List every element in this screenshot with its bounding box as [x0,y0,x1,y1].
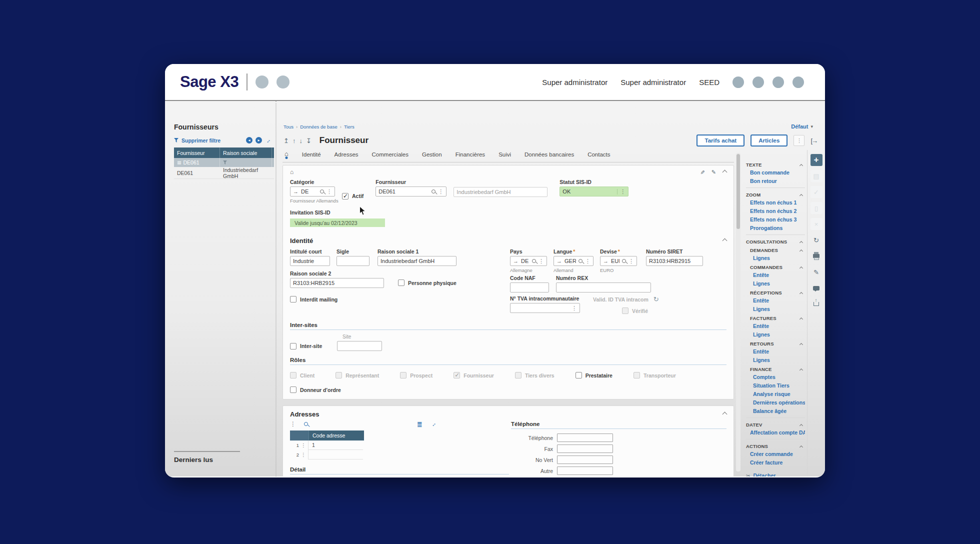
goto-icon[interactable]: → [513,258,518,264]
first-record-icon[interactable]: ↥ [284,137,289,144]
nav-link-cr-er-facture[interactable]: Créer facture [746,460,805,467]
user-name[interactable]: Super administrator [542,78,608,86]
vertical-scrollbar[interactable] [736,153,740,472]
nav-link-effets-non-chus-1[interactable]: Effets non échus 1 [746,200,805,207]
nav-link-balance-g-e[interactable]: Balance âgée [746,408,805,416]
sis-id-validity-banner[interactable]: Valide jusqu'au 02/12/2023 [290,218,385,227]
more-actions-icon[interactable]: ⋮ [794,135,804,146]
code-naf-field[interactable] [510,282,549,292]
sigle-field[interactable] [336,256,370,266]
nav-link-ent-te[interactable]: Entête [746,348,805,356]
nav-link-bon-retour[interactable]: Bon retour [746,178,805,186]
nav-section-commandes[interactable]: COMMANDES [746,264,805,271]
nav-link-ent-te[interactable]: Entête [746,323,805,330]
nav-link-lignes[interactable]: Lignes [746,332,805,339]
endpoint-badge[interactable]: SEED [699,78,720,86]
recently-read-title[interactable]: Derniers lus [174,456,259,464]
nav-section-factures[interactable]: FACTURES [746,314,805,322]
lookup-icon[interactable] [622,259,626,263]
nav-link-bon-commande[interactable]: Bon commande [746,170,805,177]
code-adresse-cell[interactable] [308,450,363,460]
goto-icon[interactable]: → [293,188,298,194]
breadcrumb-link[interactable]: Tous [284,124,294,130]
nav-link-lignes[interactable]: Lignes [746,306,805,314]
code-adresse-column[interactable]: Code adresse [309,430,364,440]
tab-suivi[interactable]: Suivi [498,150,511,158]
supplier-code-cell[interactable]: DE061 [174,170,220,176]
tab-adresses[interactable]: Adresses [334,150,358,158]
chevron-up-icon[interactable] [800,292,803,295]
phone-field-fax[interactable] [557,444,613,453]
nav-section-actions[interactable]: ACTIONS [746,442,805,450]
nav-link-effets-non-chus-3[interactable]: Effets non échus 3 [746,216,805,224]
raison-sociale-1-field[interactable] [378,256,456,266]
user-role[interactable]: Super administrator [620,78,686,86]
numero-rex-field[interactable] [556,282,651,292]
fournisseur-input[interactable]: DE061 ⋮ [376,186,446,196]
raison-sociale-2-field[interactable] [290,278,384,288]
address-row[interactable]: 2⋮ [290,450,509,460]
lookup-icon[interactable] [578,259,582,263]
site-field[interactable] [337,341,382,351]
chevron-up-icon[interactable] [800,249,803,252]
nav-link-ent-te[interactable]: Entête [746,272,805,280]
column-header[interactable]: Fournisseur [174,148,220,158]
devise-input[interactable]: → EUR ⋮ [600,256,637,266]
breadcrumb-link[interactable]: Données de base [300,124,337,130]
goto-icon[interactable]: → [603,258,608,264]
inter-site-checkbox[interactable] [290,343,296,350]
tab-identit-[interactable]: Identité [302,150,321,158]
detach-link[interactable]: ✂Détacher [746,472,805,476]
home-icon[interactable]: ⌂ [290,168,700,176]
print-icon[interactable] [810,250,822,262]
options-icon[interactable]: ⋮ [617,189,626,194]
prev-page-icon[interactable]: ◂ [246,137,252,144]
nav-link-situation-tiers[interactable]: Situation Tiers [746,382,805,390]
tab-financi-res[interactable]: Financières [456,150,485,158]
phone-field-autre[interactable] [557,466,613,475]
chevron-up-icon[interactable] [800,194,803,197]
lookup-icon[interactable] [432,190,436,194]
collapse-identite-icon[interactable] [722,238,728,244]
supplier-name-cell[interactable]: Industriebedarf GmbH [220,167,272,179]
nav-link-effets-non-chus-2[interactable]: Effets non échus 2 [746,208,805,216]
tva-input[interactable]: ⋮ [510,303,580,313]
nav-section-demandes[interactable]: DEMANDES [746,246,805,254]
nav-link-lignes[interactable]: Lignes [746,255,805,262]
nav-link-ent-te[interactable]: Entête [746,298,805,305]
phone-field-t-l-phone[interactable] [557,434,613,442]
personne-physique-checkbox[interactable] [398,280,404,286]
tab-home-icon[interactable]: ⌂ [284,150,288,158]
nav-link-comptes[interactable]: Comptes [746,374,805,382]
nav-link-lignes[interactable]: Lignes [746,357,805,364]
header-app-icon[interactable] [276,76,290,88]
lookup-icon[interactable] [532,259,536,263]
tab-donn-es-bancaires[interactable]: Données bancaires [524,150,574,158]
nav-section-datev[interactable]: DATEV [746,421,805,428]
chevron-up-icon[interactable] [800,240,803,244]
options-icon[interactable]: ⋮ [585,258,590,264]
role-checkbox[interactable] [576,372,582,378]
tab-gestion[interactable]: Gestion [422,150,442,158]
breadcrumb-link[interactable]: Tiers [344,124,354,130]
options-icon[interactable]: ⋮ [438,189,444,194]
tarifs-achat-button[interactable]: Tarifs achat [696,134,744,146]
layers-icon[interactable]: ≣ [417,420,422,428]
pays-input[interactable]: → DE ⋮ [510,256,547,266]
row-options-icon[interactable]: ⋮ [301,442,308,448]
table-row[interactable]: DE061Industriebedarf GmbHIr [174,167,274,179]
nav-link-cr-er-commande[interactable]: Créer commande [746,451,805,458]
chevron-up-icon[interactable] [800,164,803,167]
langue-input[interactable]: → GER ⋮ [554,256,594,266]
column-header[interactable]: In [272,148,274,158]
table-options-icon[interactable]: ⋮ [290,421,296,427]
nav-link-lignes[interactable]: Lignes [746,280,805,288]
collapse-section-icon[interactable] [722,170,728,174]
options-icon[interactable]: ⋮ [538,258,544,264]
statut-sis-id-field[interactable]: OK ⋮ [560,186,628,196]
chevron-up-icon[interactable] [800,445,803,448]
donneur-ordre-checkbox[interactable] [290,386,296,393]
goto-icon[interactable]: → [556,258,562,264]
tab-contacts[interactable]: Contacts [588,150,610,158]
share-icon[interactable] [810,298,822,310]
